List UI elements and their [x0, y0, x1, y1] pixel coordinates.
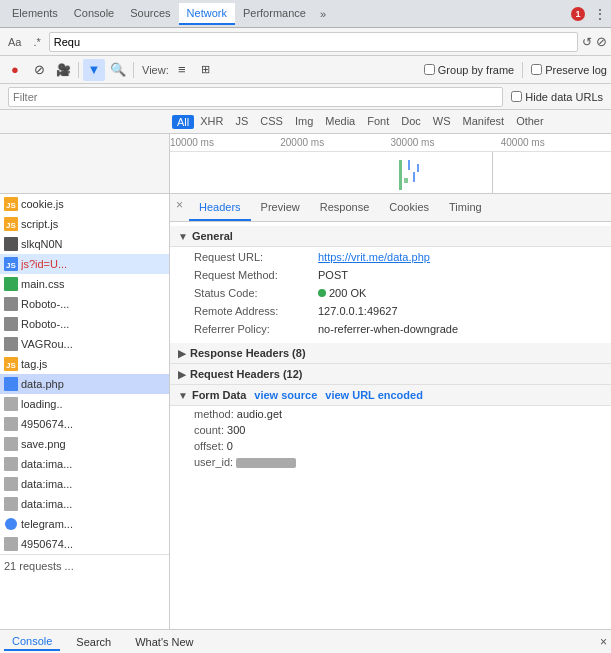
type-tab-js[interactable]: JS	[229, 113, 254, 131]
link-icon	[4, 517, 18, 531]
group-by-frame-checkbox[interactable]: Group by frame	[424, 64, 514, 76]
list-item[interactable]: 4950674...	[0, 414, 169, 434]
tab-network[interactable]: Network	[179, 3, 235, 25]
more-dots[interactable]: ⋮	[593, 6, 607, 22]
tab-elements[interactable]: Elements	[4, 3, 66, 25]
list-item-data-php[interactable]: data.php	[0, 374, 169, 394]
view-source-link[interactable]: view source	[254, 389, 317, 401]
detail-tab-close[interactable]: ×	[170, 194, 189, 221]
tab-performance[interactable]: Performance	[235, 3, 314, 25]
timeline-right: 10000 ms 20000 ms 30000 ms 40000 ms	[170, 134, 611, 193]
svg-text:JS: JS	[6, 261, 16, 270]
bottom-tab-console[interactable]: Console	[4, 633, 60, 651]
type-tabs: All XHR JS CSS Img Media Font Doc WS Man…	[0, 110, 611, 134]
form-data-section-header[interactable]: ▼ Form Data view source view URL encoded	[170, 385, 611, 406]
toolbar-row: ● ⊘ 🎥 ▼ 🔍 View: ≡ ⊞ Group by frame Prese…	[0, 56, 611, 84]
tab-preview[interactable]: Preview	[251, 194, 310, 221]
tab-more[interactable]: »	[314, 4, 332, 24]
tab-cookies[interactable]: Cookies	[379, 194, 439, 221]
toolbar-sep-3	[522, 62, 523, 78]
type-tab-media[interactable]: Media	[319, 113, 361, 131]
svg-rect-13	[4, 377, 18, 391]
filter-button[interactable]: ▼	[83, 59, 105, 81]
preserve-log-checkbox[interactable]: Preserve log	[531, 64, 607, 76]
search-refresh-btn[interactable]: ↺	[582, 35, 592, 49]
list-item[interactable]: 4950674...	[0, 534, 169, 554]
request-method-row: Request Method: POST	[186, 267, 611, 285]
search-input[interactable]	[54, 36, 573, 48]
list-item[interactable]: Roboto-...	[0, 294, 169, 314]
tab-sources[interactable]: Sources	[122, 3, 178, 25]
waterfall-bar-green	[399, 160, 402, 190]
hide-data-urls-checkbox[interactable]	[511, 91, 522, 102]
tab-console[interactable]: Console	[66, 3, 122, 25]
list-item-telegram[interactable]: telegram...	[0, 514, 169, 534]
remote-address-row: Remote Address: 127.0.0.1:49627	[186, 303, 611, 321]
svg-rect-9	[4, 317, 18, 331]
svg-rect-7	[4, 277, 18, 291]
general-section-header[interactable]: ▼ General	[170, 226, 611, 247]
timeline-mark-4: 40000 ms	[501, 137, 545, 148]
request-headers-label: Request Headers (12)	[190, 368, 303, 380]
type-tab-ws[interactable]: WS	[427, 113, 457, 131]
list-item[interactable]: JS cookie.js	[0, 194, 169, 214]
type-tab-manifest[interactable]: Manifest	[457, 113, 511, 131]
list-view-btn[interactable]: ≡	[171, 59, 193, 81]
waterfall-bar-blue-1	[408, 160, 410, 170]
record-button[interactable]: ●	[4, 59, 26, 81]
type-tab-img[interactable]: Img	[289, 113, 319, 131]
svg-rect-4	[4, 237, 18, 251]
response-headers-section-header[interactable]: ▶ Response Headers (8)	[170, 343, 611, 364]
list-item[interactable]: JS js?id=U...	[0, 254, 169, 274]
list-item[interactable]: JS script.js	[0, 214, 169, 234]
type-tab-all[interactable]: All	[172, 115, 194, 129]
case-sensitive-btn[interactable]: Aa	[4, 33, 25, 51]
list-item[interactable]: save.png	[0, 434, 169, 454]
grid-view-btn[interactable]: ⊞	[195, 59, 217, 81]
list-item[interactable]: Roboto-...	[0, 314, 169, 334]
list-item[interactable]: data:ima...	[0, 474, 169, 494]
list-item[interactable]: loading..	[0, 394, 169, 414]
form-offset-key: offset:	[194, 440, 224, 452]
bottom-tab-whats-new[interactable]: What's New	[127, 634, 201, 650]
camera-button[interactable]: 🎥	[52, 59, 74, 81]
type-tab-css[interactable]: CSS	[254, 113, 289, 131]
list-item[interactable]: slkqN0N	[0, 234, 169, 254]
search-button[interactable]: 🔍	[107, 59, 129, 81]
stop-button[interactable]: ⊘	[28, 59, 50, 81]
list-item[interactable]: main.css	[0, 274, 169, 294]
group-frame-input[interactable]	[424, 64, 435, 75]
tab-response[interactable]: Response	[310, 194, 380, 221]
request-method-key: Request Method:	[194, 269, 314, 283]
form-data-method: method: audio.get	[170, 406, 611, 422]
list-item[interactable]: data:ima...	[0, 454, 169, 474]
tab-timing[interactable]: Timing	[439, 194, 492, 221]
preserve-log-label: Preserve log	[545, 64, 607, 76]
type-tab-font[interactable]: Font	[361, 113, 395, 131]
view-url-encoded-link[interactable]: view URL encoded	[325, 389, 423, 401]
request-url-value[interactable]: https://vrit.me/data.php	[318, 251, 430, 265]
toolbar-sep-1	[78, 62, 79, 78]
filter-input[interactable]	[8, 87, 503, 107]
tab-headers[interactable]: Headers	[189, 194, 251, 221]
timeline-ruler: 10000 ms 20000 ms 30000 ms 40000 ms	[170, 134, 611, 152]
form-data-links: view source view URL encoded	[254, 389, 423, 401]
list-item[interactable]: data:ima...	[0, 494, 169, 514]
search-close-btn[interactable]: ⊘	[596, 34, 607, 49]
list-item[interactable]: JS tag.js	[0, 354, 169, 374]
list-item[interactable]: VAGRou...	[0, 334, 169, 354]
svg-rect-8	[4, 297, 18, 311]
hide-data-urls[interactable]: Hide data URLs	[511, 91, 603, 103]
type-tab-doc[interactable]: Doc	[395, 113, 427, 131]
type-tab-other[interactable]: Other	[510, 113, 550, 131]
doc-icon	[4, 237, 18, 251]
search-box	[49, 32, 578, 52]
preserve-log-input[interactable]	[531, 64, 542, 75]
type-tab-xhr[interactable]: XHR	[194, 113, 229, 131]
request-headers-section-header[interactable]: ▶ Request Headers (12)	[170, 364, 611, 385]
bottom-close-btn[interactable]: ×	[600, 635, 607, 649]
bottom-tab-search[interactable]: Search	[68, 634, 119, 650]
form-data-user-id: user_id:	[170, 454, 611, 470]
request-url-key: Request URL:	[194, 251, 314, 265]
regex-btn[interactable]: .*	[29, 33, 44, 51]
